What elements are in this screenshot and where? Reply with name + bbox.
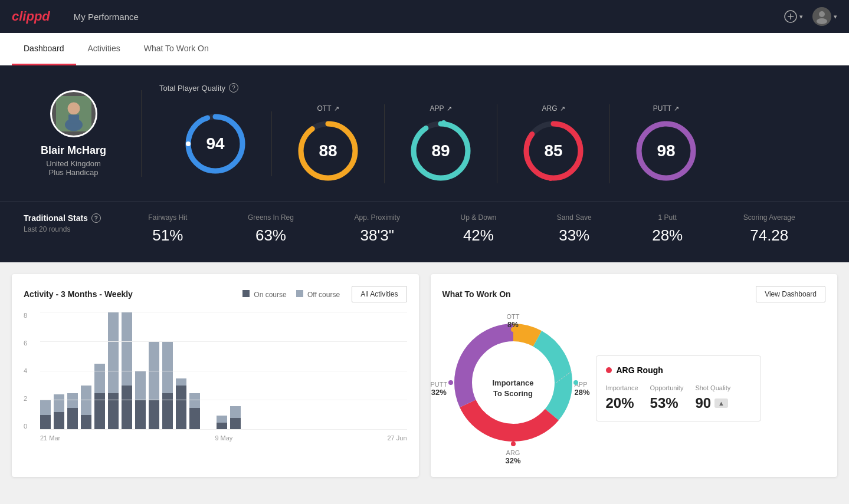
player-country: United Kingdom bbox=[46, 159, 101, 168]
bar-off-3 bbox=[67, 393, 78, 408]
bar-on-7 bbox=[122, 386, 132, 430]
y-label-2: 2 bbox=[24, 395, 27, 402]
bar-off-5 bbox=[94, 364, 105, 393]
tab-activities[interactable]: Activities bbox=[76, 33, 132, 65]
bar-on-6 bbox=[108, 393, 119, 430]
metric-shot-quality: Shot Quality 90 ▲ bbox=[695, 384, 730, 411]
activity-card-title: Activity - 3 Months - Weekly bbox=[24, 289, 133, 299]
bar-group-10 bbox=[162, 312, 173, 430]
logo[interactable]: clippd bbox=[12, 9, 50, 24]
bar-on-11 bbox=[176, 386, 186, 430]
activity-card: Activity - 3 Months - Weekly On course O… bbox=[12, 274, 419, 477]
hero-section: Blair McHarg United Kingdom Plus Handica… bbox=[0, 65, 849, 201]
tab-dashboard[interactable]: Dashboard bbox=[12, 33, 76, 65]
bar-on-15 bbox=[230, 418, 241, 430]
bar-off-10 bbox=[162, 341, 173, 393]
detail-dot bbox=[606, 367, 612, 373]
score-app: APP ↗ 89 bbox=[385, 104, 497, 183]
putt-trend-icon: ↗ bbox=[674, 105, 679, 113]
stat-sandsave-value: 33% bbox=[557, 226, 592, 245]
bar-on-5 bbox=[94, 393, 105, 430]
stat-greens: Greens In Reg 63% bbox=[248, 213, 294, 245]
stat-sandsave-label: Sand Save bbox=[557, 213, 592, 222]
work-on-card: What To Work On View Dashboard bbox=[431, 274, 838, 477]
metric-opportunity-value: 53% bbox=[650, 395, 684, 411]
stat-proximity: App. Proximity 38'3" bbox=[355, 213, 400, 245]
bar-group-5 bbox=[94, 312, 105, 430]
ott-value: 88 bbox=[319, 141, 337, 160]
tab-what-to-work-on[interactable]: What To Work On bbox=[132, 33, 221, 65]
stats-title: Traditional Stats ? bbox=[24, 213, 118, 223]
bar-off-15 bbox=[230, 406, 241, 418]
putt-value: 98 bbox=[657, 141, 675, 160]
app-trend-icon: ↗ bbox=[447, 105, 452, 113]
ott-trend-icon: ↗ bbox=[334, 105, 339, 113]
score-ott: OTT ↗ 88 bbox=[272, 104, 385, 183]
bar-on-2 bbox=[54, 412, 64, 430]
arg-pct-label: ARG bbox=[505, 449, 520, 456]
detail-title: ARG Rough bbox=[606, 365, 751, 375]
bar-off-14 bbox=[217, 416, 227, 423]
add-button[interactable]: ▾ bbox=[784, 10, 803, 23]
arg-pct-value: 32% bbox=[505, 456, 520, 465]
total-quality-label: Total Player Quality ? bbox=[159, 83, 825, 93]
user-avatar-button[interactable]: ▾ bbox=[812, 7, 837, 26]
svg-point-19 bbox=[548, 176, 553, 181]
svg-rect-8 bbox=[68, 114, 79, 123]
bar-group-13 bbox=[203, 312, 214, 430]
bar-group-14 bbox=[217, 312, 227, 430]
y-axis-labels: 8 6 4 2 0 bbox=[24, 312, 27, 430]
stat-sandsave: Sand Save 33% bbox=[557, 213, 592, 245]
x-label-jun: 27 Jun bbox=[387, 434, 407, 442]
all-activities-button[interactable]: All Activities bbox=[352, 286, 407, 302]
detail-metrics: Importance 20% Opportunity 53% Shot Qual… bbox=[606, 384, 751, 411]
stat-scoring-value: 74.28 bbox=[743, 226, 795, 245]
total-quality-info-icon[interactable]: ? bbox=[229, 83, 238, 93]
off-course-legend: Off course bbox=[296, 290, 340, 299]
stat-scoring-label: Scoring Average bbox=[743, 213, 795, 222]
metric-importance: Importance 20% bbox=[606, 384, 638, 411]
y-label-6: 6 bbox=[24, 340, 27, 347]
bar-group-3 bbox=[67, 312, 78, 430]
ott-label: OTT ↗ bbox=[317, 104, 339, 113]
ott-dot bbox=[511, 327, 516, 332]
scores-row: 94 OTT ↗ 88 bbox=[159, 104, 825, 183]
metric-importance-value: 20% bbox=[606, 395, 638, 411]
total-value: 94 bbox=[206, 134, 224, 153]
bar-off-8 bbox=[135, 371, 146, 400]
bar-off-7 bbox=[122, 312, 132, 386]
ott-pct-label: OTT bbox=[507, 313, 520, 320]
stats-info-icon[interactable]: ? bbox=[91, 213, 101, 223]
arg-dot bbox=[511, 442, 516, 446]
scores-section: Total Player Quality ? 94 bbox=[142, 83, 825, 183]
player-avatar bbox=[50, 90, 97, 137]
arg-label: ARG ↗ bbox=[542, 104, 565, 113]
bar-group-15 bbox=[230, 312, 241, 430]
putt-pct-value: 32% bbox=[431, 388, 448, 397]
stat-fairways: Fairways Hit 51% bbox=[148, 213, 187, 245]
bar-on-12 bbox=[189, 408, 200, 430]
stats-label-col: Traditional Stats ? Last 20 rounds bbox=[24, 213, 118, 233]
bar-group-7 bbox=[122, 312, 132, 430]
stat-oneputt-label: 1 Putt bbox=[652, 213, 683, 222]
off-course-dot bbox=[296, 290, 303, 297]
bar-group-6 bbox=[108, 312, 119, 430]
bar-off-12 bbox=[189, 393, 200, 408]
stat-oneputt-value: 28% bbox=[652, 226, 683, 245]
bar-off-1 bbox=[40, 400, 51, 415]
bar-group-1 bbox=[40, 312, 51, 430]
bar-group-12 bbox=[189, 312, 200, 430]
score-arg: ARG ↗ 85 bbox=[497, 104, 610, 183]
detail-name: ARG Rough bbox=[617, 365, 663, 375]
player-handicap: Plus Handicap bbox=[49, 168, 99, 177]
bar-group-8 bbox=[135, 312, 146, 430]
app-ring: 89 bbox=[408, 118, 473, 183]
view-dashboard-button[interactable]: View Dashboard bbox=[756, 286, 825, 302]
arg-segment-label: ARG 32% bbox=[505, 449, 520, 465]
stat-fairways-label: Fairways Hit bbox=[148, 213, 187, 222]
activity-card-header: Activity - 3 Months - Weekly On course O… bbox=[24, 286, 407, 302]
metric-shot-quality-value: 90 ▲ bbox=[695, 395, 730, 411]
putt-segment-label: PUTT 32% bbox=[431, 381, 448, 397]
svg-point-3 bbox=[819, 11, 825, 17]
arg-ring: 85 bbox=[521, 118, 586, 183]
